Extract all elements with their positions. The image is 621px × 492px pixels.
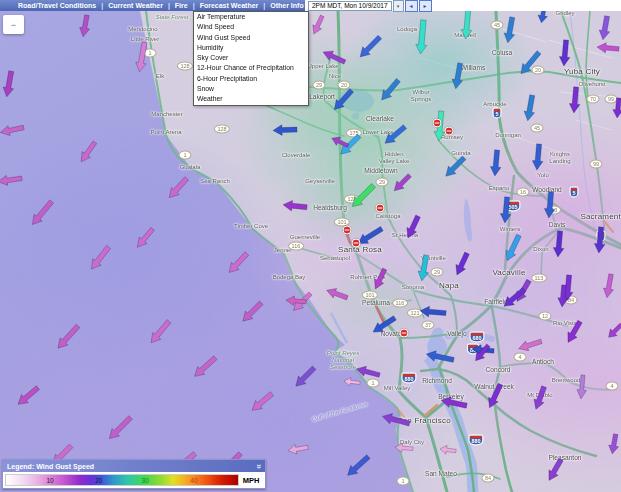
- road-closure-marker[interactable]: [352, 239, 361, 248]
- forecast-weather-menu: Air TemperatureWind SpeedWind Gust Speed…: [193, 11, 309, 106]
- map-collapse-button[interactable]: −: [3, 15, 24, 34]
- legend-tick-20: 20: [95, 477, 102, 484]
- menu-item-other-info[interactable]: Other Info: [266, 2, 307, 9]
- menu-option-wind-speed[interactable]: Wind Speed: [194, 22, 308, 32]
- menu-item-road-travel-conditions[interactable]: Road/Travel Conditions: [14, 2, 100, 9]
- menu-option-humidity[interactable]: Humidity: [194, 43, 308, 53]
- legend-body: 10203040 MPH: [3, 472, 265, 488]
- road-closure-marker[interactable]: [376, 204, 385, 213]
- menu-option-sky-cover[interactable]: Sky Cover: [194, 53, 308, 63]
- top-menu-bar: Road/Travel Conditions|Current Weather|F…: [0, 0, 621, 11]
- road-closure-marker[interactable]: [343, 226, 352, 235]
- datetime-prev-button[interactable]: ◄: [405, 0, 418, 12]
- datetime-next-button[interactable]: ►: [419, 0, 432, 12]
- datetime-dropdown-icon[interactable]: ▾: [393, 0, 404, 12]
- menu-item-fire[interactable]: Fire: [171, 2, 192, 9]
- road-closure-marker[interactable]: [400, 329, 409, 338]
- legend-panel: Legend: Wind Gust Speed » 10203040 MPH: [2, 459, 266, 489]
- legend-tick-10: 10: [46, 477, 53, 484]
- road-markers: [0, 0, 621, 492]
- road-closure-marker[interactable]: [445, 127, 454, 136]
- datetime-select[interactable]: 2PM MDT, Mon 10/9/2017: [308, 1, 392, 11]
- menu-option-air-temperature[interactable]: Air Temperature: [194, 12, 308, 22]
- menu-item-current-weather[interactable]: Current Weather: [104, 2, 167, 9]
- weather-map-app: State ForestMendocinoLittle RiverElkManc…: [0, 0, 621, 492]
- menu-option-12-hour-chance-of-precipitation[interactable]: 12-Hour Chance of Precipitation: [194, 63, 308, 73]
- legend-tick-40: 40: [190, 477, 197, 484]
- menu-option-wind-gust-speed[interactable]: Wind Gust Speed: [194, 33, 308, 43]
- legend-gradient-bar: 10203040: [5, 474, 239, 486]
- legend-collapse-icon[interactable]: »: [254, 463, 263, 468]
- road-closure-marker[interactable]: [433, 119, 442, 128]
- legend-tick-30: 30: [142, 477, 149, 484]
- legend-title-bar: Legend: Wind Gust Speed »: [3, 460, 265, 472]
- menu-option-6-hour-precipitation[interactable]: 6-Hour Precipitation: [194, 74, 308, 84]
- legend-unit: MPH: [239, 476, 263, 485]
- datetime-bar: 2PM MDT, Mon 10/9/2017 ▾ ◄ ►: [305, 0, 621, 11]
- menu-item-forecast-weather[interactable]: Forecast Weather: [196, 2, 263, 9]
- menu-option-weather[interactable]: Weather: [194, 94, 308, 104]
- menu-bar: Road/Travel Conditions|Current Weather|F…: [0, 0, 305, 11]
- legend-title: Legend: Wind Gust Speed: [7, 463, 94, 470]
- menu-option-snow[interactable]: Snow: [194, 84, 308, 94]
